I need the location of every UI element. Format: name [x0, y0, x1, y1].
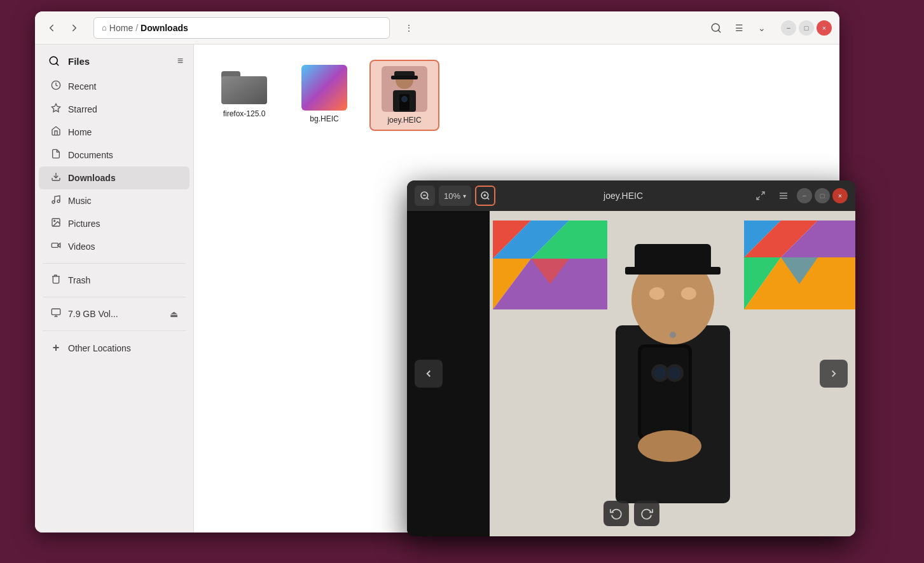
- sidebar-item-recent[interactable]: Recent: [39, 75, 190, 98]
- volume-label: 7.9 GB Vol...: [68, 309, 118, 319]
- search-files-button[interactable]: [707, 19, 725, 37]
- recent-icon: [50, 80, 62, 93]
- pictures-icon: [50, 217, 62, 230]
- trash-icon: [50, 274, 62, 287]
- volume-left: 7.9 GB Vol...: [50, 308, 118, 320]
- svg-point-8: [57, 200, 60, 203]
- music-icon: [50, 194, 62, 207]
- close-button[interactable]: ×: [817, 20, 832, 36]
- viewer-expand-button[interactable]: [751, 186, 770, 205]
- address-current: Downloads: [141, 23, 188, 33]
- back-button[interactable]: [43, 19, 60, 37]
- image-viewer-window: 10% ▾ joey.HEIC − □ ×: [407, 180, 855, 536]
- svg-rect-17: [221, 76, 267, 104]
- sidebar-trash-label: Trash: [68, 275, 90, 285]
- videos-icon: [50, 240, 62, 253]
- file-name-bg-heic: bg.HEIC: [310, 114, 338, 123]
- sidebar-item-home[interactable]: Home: [39, 121, 190, 144]
- sidebar-divider-3: [43, 330, 186, 331]
- svg-point-58: [670, 332, 676, 338]
- svg-point-24: [401, 96, 408, 102]
- viewer-title: joey.HEIC: [499, 191, 747, 201]
- viewer-prev-button[interactable]: [415, 360, 443, 388]
- sidebar-recent-label: Recent: [68, 81, 96, 92]
- svg-rect-55: [635, 244, 711, 271]
- sidebar-pictures-label: Pictures: [68, 219, 100, 229]
- sidebar-menu-button[interactable]: ≡: [177, 55, 183, 67]
- svg-point-57: [681, 287, 696, 300]
- eject-icon[interactable]: ⏏: [170, 309, 178, 319]
- rotate-left-button[interactable]: [603, 501, 629, 526]
- svg-line-26: [427, 198, 429, 200]
- window-controls: − □ ×: [781, 20, 832, 36]
- sidebar-item-videos[interactable]: Videos: [39, 235, 190, 258]
- person-selfie: [577, 236, 768, 503]
- sidebar-item-other-locations[interactable]: + Other Locations: [39, 336, 190, 360]
- svg-rect-13: [52, 309, 60, 315]
- address-menu-button[interactable]: ⋮: [400, 19, 418, 37]
- rotate-right-button[interactable]: [634, 501, 659, 526]
- sidebar-item-music[interactable]: Music: [39, 189, 190, 212]
- sidebar-item-starred[interactable]: Starred: [39, 98, 190, 121]
- viewer-content: [407, 211, 855, 536]
- sidebar-item-downloads[interactable]: Downloads: [39, 166, 190, 189]
- sidebar-downloads-label: Downloads: [68, 173, 116, 183]
- viewer-titlebar: 10% ▾ joey.HEIC − □ ×: [407, 180, 855, 211]
- svg-line-29: [487, 198, 489, 200]
- svg-rect-60: [641, 348, 689, 437]
- file-item-firefox[interactable]: firefox-125.0: [209, 60, 279, 123]
- maximize-button[interactable]: □: [799, 20, 814, 36]
- svg-point-64: [668, 367, 681, 379]
- svg-point-56: [649, 287, 665, 300]
- viewer-minimize-button[interactable]: −: [797, 188, 812, 203]
- sidebar-item-pictures[interactable]: Pictures: [39, 212, 190, 235]
- sidebar-home-label: Home: [68, 127, 92, 137]
- address-bar[interactable]: ⌂ Home / Downloads: [93, 17, 390, 39]
- svg-point-10: [54, 220, 55, 222]
- svg-line-32: [761, 192, 764, 195]
- viewer-menu-button[interactable]: [774, 186, 793, 205]
- downloads-icon: [50, 172, 62, 184]
- viewer-maximize-button[interactable]: □: [815, 188, 830, 203]
- sidebar-other-locations-label: Other Locations: [68, 343, 131, 353]
- bg-heic-thumbnail: [301, 65, 347, 111]
- sidebar-title: Files: [68, 56, 172, 67]
- sidebar-item-volume[interactable]: 7.9 GB Vol... ⏏: [39, 302, 190, 325]
- zoom-dropdown-icon: ▾: [463, 193, 466, 200]
- other-locations-icon: +: [50, 341, 62, 355]
- svg-line-33: [757, 196, 760, 200]
- view-toggle-button[interactable]: ☰: [730, 19, 748, 37]
- sidebar-divider-2: [43, 297, 186, 297]
- sidebar-divider-1: [43, 263, 186, 264]
- file-name-joey-heic: joey.HEIC: [387, 116, 421, 125]
- documents-icon: [50, 149, 62, 161]
- folder-icon: [221, 65, 267, 105]
- zoom-display[interactable]: 10% ▾: [439, 186, 471, 206]
- view-dropdown-button[interactable]: ⌄: [753, 19, 771, 37]
- home-icon: ⌂: [102, 23, 107, 32]
- joey-heic-thumbnail: [382, 66, 427, 112]
- svg-line-3: [56, 63, 58, 65]
- sidebar-search-icon[interactable]: [45, 52, 63, 70]
- svg-line-1: [718, 30, 720, 32]
- svg-rect-21: [391, 76, 418, 79]
- home-sidebar-icon: [50, 126, 62, 139]
- zoom-out-button[interactable]: [415, 186, 435, 206]
- file-item-bg-heic[interactable]: bg.HEIC: [289, 60, 359, 128]
- titlebar: ⌂ Home / Downloads ⋮ ☰ ⌄ − □ ×: [35, 11, 839, 44]
- viewer-close-button[interactable]: ×: [832, 188, 848, 203]
- sidebar-item-trash[interactable]: Trash: [39, 269, 190, 292]
- sidebar-header: Files ≡: [35, 52, 193, 75]
- forward-button[interactable]: [66, 19, 83, 37]
- file-item-joey-heic[interactable]: joey.HEIC: [369, 60, 439, 131]
- zoom-in-button[interactable]: [475, 186, 495, 206]
- minimize-button[interactable]: −: [781, 20, 796, 36]
- sidebar-videos-label: Videos: [68, 241, 95, 252]
- svg-point-7: [52, 201, 55, 203]
- viewer-next-button[interactable]: [820, 360, 848, 388]
- sidebar-item-documents[interactable]: Documents: [39, 144, 190, 166]
- svg-point-65: [638, 430, 701, 462]
- sidebar: Files ≡ Recent Starred Home: [35, 44, 194, 532]
- photo-display-area: [490, 211, 855, 536]
- viewer-bottom-controls: [603, 501, 659, 526]
